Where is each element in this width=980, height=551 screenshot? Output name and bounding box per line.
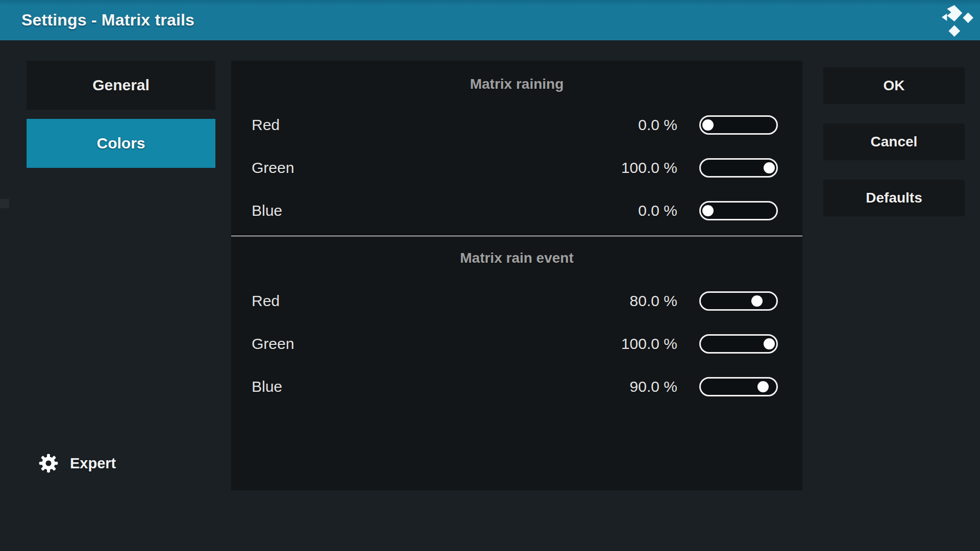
sidebar-item-colors[interactable]: Colors <box>27 119 215 168</box>
setting-value: 100.0 % <box>621 159 677 177</box>
settings-level-button[interactable]: Expert <box>37 449 116 478</box>
setting-label: Blue <box>252 202 282 219</box>
red-slider[interactable] <box>699 115 778 135</box>
setting-row-event-red[interactable]: Red 80.0 % <box>231 280 802 322</box>
slider-knob[interactable] <box>702 205 714 216</box>
defaults-button-label: Defaults <box>866 190 922 206</box>
setting-label: Green <box>252 159 294 177</box>
settings-panel: Matrix raining Red 0.0 % Green 100.0 % B… <box>231 61 802 490</box>
slider-knob[interactable] <box>702 119 714 131</box>
defaults-button[interactable]: Defaults <box>823 180 965 216</box>
cancel-button-label: Cancel <box>871 134 918 150</box>
left-edge-glow <box>0 199 9 208</box>
blue-slider[interactable] <box>699 201 778 220</box>
dialog-actions: OK Cancel Defaults <box>823 67 965 236</box>
setting-row-event-green[interactable]: Green 100.0 % <box>231 322 802 365</box>
setting-label: Red <box>252 116 280 134</box>
category-sidebar: General Colors <box>27 61 215 177</box>
cancel-button[interactable]: Cancel <box>823 123 965 160</box>
setting-row-raining-blue[interactable]: Blue 0.0 % <box>231 189 802 232</box>
setting-label: Red <box>252 292 280 310</box>
setting-value: 80.0 % <box>630 292 677 310</box>
green-slider[interactable] <box>699 158 778 178</box>
sidebar-item-general[interactable]: General <box>27 61 215 110</box>
dialog-titlebar: Settings - Matrix trails <box>0 0 980 40</box>
ok-button[interactable]: OK <box>823 67 965 104</box>
setting-row-raining-green[interactable]: Green 100.0 % <box>231 146 802 189</box>
slider-knob[interactable] <box>751 295 763 307</box>
setting-value: 0.0 % <box>638 202 677 219</box>
setting-value: 0.0 % <box>638 116 677 134</box>
section-title: Matrix rain event <box>231 237 802 280</box>
setting-value: 90.0 % <box>630 378 677 395</box>
setting-label: Green <box>252 335 294 353</box>
sidebar-item-label: Colors <box>96 135 145 152</box>
kodi-logo-icon <box>942 5 973 37</box>
red-slider[interactable] <box>699 291 778 311</box>
slider-knob[interactable] <box>764 338 775 349</box>
setting-row-event-blue[interactable]: Blue 90.0 % <box>231 365 802 408</box>
gear-icon <box>37 452 60 474</box>
setting-value: 100.0 % <box>621 335 677 353</box>
sidebar-item-label: General <box>92 77 150 94</box>
setting-row-raining-red[interactable]: Red 0.0 % <box>231 104 802 146</box>
setting-label: Blue <box>252 378 282 395</box>
slider-knob[interactable] <box>757 381 769 392</box>
section-title: Matrix raining <box>231 65 802 104</box>
green-slider[interactable] <box>699 334 778 354</box>
blue-slider[interactable] <box>699 377 778 396</box>
slider-knob[interactable] <box>764 162 775 173</box>
settings-level-label: Expert <box>70 455 116 472</box>
page-title: Settings - Matrix trails <box>21 11 194 30</box>
ok-button-label: OK <box>884 78 905 94</box>
